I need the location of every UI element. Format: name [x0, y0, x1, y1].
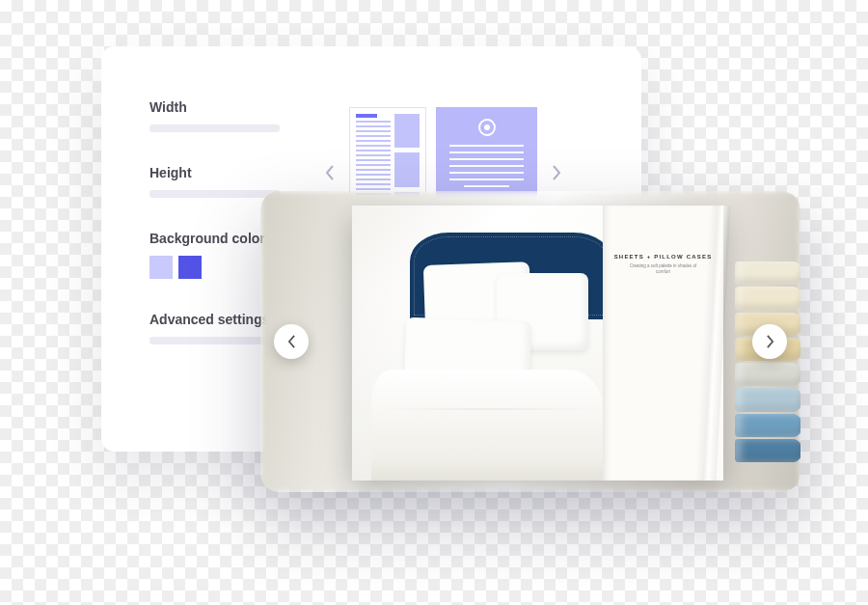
color-swatch-dark[interactable]: [178, 256, 202, 279]
width-label: Width: [149, 99, 318, 115]
catalog-spread[interactable]: Sheets + Pillow Cases Creating a soft pa…: [352, 206, 723, 481]
chevron-left-icon: [325, 165, 335, 180]
catalog-page-right: Sheets + Pillow Cases Creating a soft pa…: [603, 206, 723, 481]
template-prev-button[interactable]: [318, 161, 341, 184]
catalog-page-title: Sheets + Pillow Cases: [614, 254, 713, 260]
catalog-page-left: [352, 206, 603, 481]
duvet-graphic: [371, 370, 603, 481]
towel-graphic: [735, 363, 800, 386]
towel-graphic: [735, 261, 800, 285]
towel-graphic: [735, 388, 800, 411]
catalog-page-subtitle: Creating a soft palette in shades of com…: [625, 263, 702, 276]
target-icon: [478, 119, 496, 136]
height-label: Height: [149, 165, 318, 180]
preview-prev-button[interactable]: [274, 324, 309, 359]
width-slider[interactable]: [149, 124, 280, 132]
width-property[interactable]: Width: [149, 99, 318, 132]
magazine-preview: Sheets + Pillow Cases Creating a soft pa…: [260, 191, 800, 492]
chevron-right-icon: [552, 165, 561, 180]
towel-graphic: [735, 287, 800, 310]
height-slider[interactable]: [149, 190, 280, 198]
template-next-button[interactable]: [545, 161, 568, 184]
preview-next-button[interactable]: [752, 324, 787, 359]
color-swatch-light[interactable]: [149, 256, 173, 279]
towel-graphic: [735, 439, 800, 462]
towel-stack-graphic: [735, 261, 800, 464]
chevron-right-icon: [766, 335, 774, 348]
chevron-left-icon: [287, 335, 296, 348]
towel-graphic: [735, 414, 800, 437]
